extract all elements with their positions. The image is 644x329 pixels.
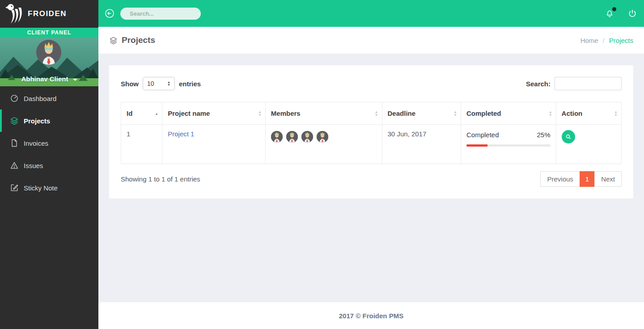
entries-label: entries [179,80,201,88]
sort-both-icon: ▲▼ [614,110,618,117]
cell-id: 1 [121,125,162,164]
chevron-down-icon [73,79,77,81]
user-menu-toggle[interactable]: Abhinav Client [0,75,98,83]
column-header-action[interactable]: Action ▲▼ [556,102,621,125]
warning-icon [10,161,19,170]
column-header-id[interactable]: Id ▲ [121,102,162,125]
sidebar-item-issues[interactable]: Issues [0,154,98,177]
projects-table: Id ▲ Project name ▲▼ Members ▲▼ [121,102,622,164]
table-header-row: Id ▲ Project name ▲▼ Members ▲▼ [121,102,622,125]
sort-both-icon: ▲▼ [453,110,457,117]
sidebar-item-label: Dashboard [24,95,56,102]
collapse-sidebar-button[interactable] [104,8,115,19]
brand-logo[interactable]: FROIDEN [0,0,98,28]
member-avatar[interactable] [286,131,298,143]
layers-icon [109,36,118,45]
brand-name: FROIDEN [28,9,67,18]
cell-action [556,125,621,164]
sidebar-item-dashboard[interactable]: Dashboard [0,87,98,110]
search-icon [565,134,572,140]
global-search [120,8,201,20]
file-icon [10,139,19,148]
show-label: Show [121,80,139,88]
member-avatar[interactable] [271,131,283,143]
sidebar-item-sticky-note[interactable]: Sticky Note [0,177,98,199]
sidebar-item-label: Projects [24,117,50,125]
cell-members [265,125,382,164]
footer: 2017 © Froiden PMS [98,302,644,329]
sidebar-item-label: Sticky Note [24,184,58,192]
sidebar-item-label: Invoices [24,139,48,147]
main-area: Projects Home / Projects Show 10 ▲▼ en [98,0,644,329]
column-header-members[interactable]: Members ▲▼ [265,102,382,125]
app-window: FROIDEN CLIENT PANEL [0,0,644,329]
next-page-button[interactable]: Next [594,171,622,187]
page-title: Projects [122,35,155,45]
member-avatar[interactable] [301,131,313,143]
table-search-control: Search: [526,77,622,90]
column-header-deadline[interactable]: Deadline ▲▼ [382,102,461,125]
page-title-group: Projects [109,35,155,45]
user-avatar[interactable] [36,40,61,65]
notifications-button[interactable] [605,8,614,18]
user-profile-section: Abhinav Client [0,37,98,86]
content-area: Show 10 ▲▼ entries Search: [98,54,644,302]
member-avatar[interactable] [317,131,328,143]
sidebar: FROIDEN CLIENT PANEL [0,0,98,329]
completed-percent: 25% [537,131,551,139]
pagination: Previous 1 Next [540,171,622,187]
table-footer-row: Showing 1 to 1 of 1 entries Previous 1 N… [121,171,622,187]
gauge-icon [10,94,19,103]
sort-both-icon: ▲▼ [258,110,262,117]
footer-text: 2017 © Froiden PMS [339,312,403,320]
column-header-completed[interactable]: Completed ▲▼ [461,102,556,125]
progress-bar [466,144,551,147]
member-avatars [271,131,377,143]
layers-icon [10,116,19,125]
sort-both-icon: ▲▼ [549,110,552,117]
breadcrumb: Home / Projects [580,37,633,44]
sidebar-menu: Dashboard Projects Invoices Issues [0,86,98,199]
sort-asc-icon: ▲ [155,112,158,115]
previous-page-button[interactable]: Previous [540,171,580,187]
page-length-value: 10 [147,80,167,87]
page-1-button[interactable]: 1 [580,171,595,187]
table-row: 1 Project 1 [121,125,622,164]
table-controls: Show 10 ▲▼ entries Search: [121,77,622,90]
cell-deadline: 30 Jun, 2017 [382,125,461,164]
select-arrows-icon: ▲▼ [167,81,170,86]
column-header-project-name[interactable]: Project name ▲▼ [162,102,266,125]
cell-completed: Completed 25% [461,125,556,164]
project-link[interactable]: Project 1 [168,130,194,138]
table-search-label: Search: [526,80,551,88]
bird-logo-icon [5,4,23,24]
sort-both-icon: ▲▼ [375,110,378,117]
user-name: Abhinav Client [21,75,68,83]
page-length-select[interactable]: 10 ▲▼ [143,77,175,90]
breadcrumb-separator: / [603,37,605,44]
table-info: Showing 1 to 1 of 1 entries [121,175,200,183]
sidebar-item-invoices[interactable]: Invoices [0,132,98,154]
breadcrumb-current[interactable]: Projects [609,37,633,44]
edit-icon [10,183,19,192]
logout-power-button[interactable] [628,9,637,18]
notification-badge [612,7,616,11]
topbar [98,0,644,27]
sidebar-item-projects[interactable]: Projects [0,110,98,132]
projects-card: Show 10 ▲▼ entries Search: [109,65,633,198]
cell-project-name: Project 1 [162,125,266,164]
sidebar-item-label: Issues [24,162,43,169]
view-project-button[interactable] [562,130,575,143]
global-search-input[interactable] [130,10,208,17]
client-panel-banner: CLIENT PANEL [0,28,98,37]
page-length-control: Show 10 ▲▼ entries [121,77,201,90]
page-header: Projects Home / Projects [98,27,644,54]
table-search-input[interactable] [555,77,622,90]
progress-bar-fill [466,144,487,147]
breadcrumb-home-link[interactable]: Home [580,37,598,44]
completed-label: Completed [466,131,499,139]
